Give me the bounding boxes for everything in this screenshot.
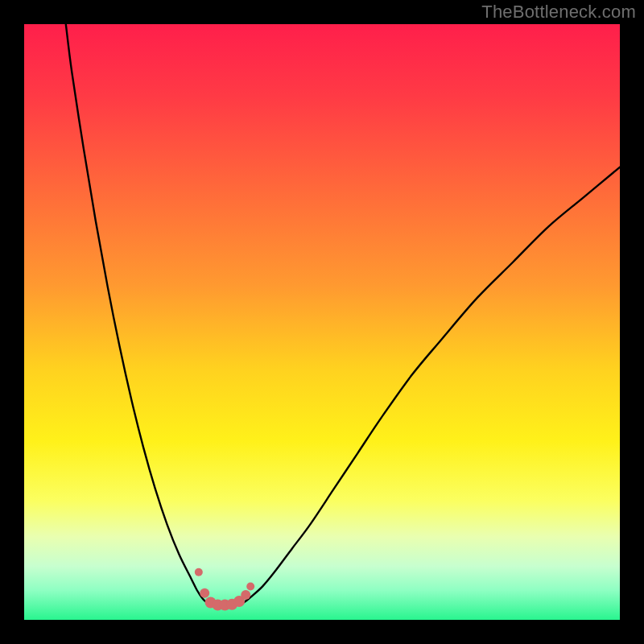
chart-frame: TheBottleneck.com xyxy=(0,0,644,644)
gradient-bg xyxy=(24,24,620,620)
highlight-dot xyxy=(246,583,254,591)
watermark-label: TheBottleneck.com xyxy=(481,2,636,23)
bottleneck-chart xyxy=(24,24,620,620)
highlight-dot xyxy=(200,588,209,598)
highlight-dot xyxy=(241,590,250,600)
highlight-dot xyxy=(195,568,203,576)
